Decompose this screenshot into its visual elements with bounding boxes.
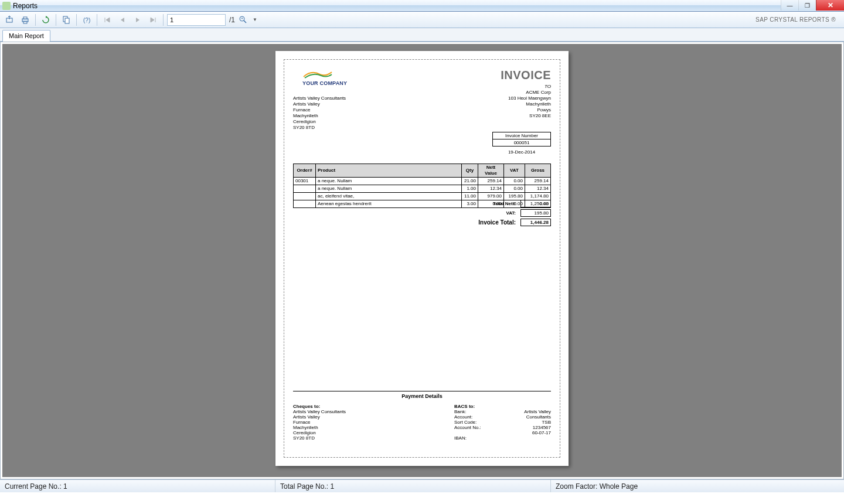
table-row: ac, eleifend vitae, 11.00 979.00 195.80 … bbox=[294, 193, 551, 200]
brand-label: SAP CRYSTAL REPORTS ® bbox=[755, 16, 840, 23]
close-button[interactable]: ✕ bbox=[816, 0, 844, 11]
table-row: a neque. Nullam 1.00 12.34 0.00 12.34 bbox=[294, 185, 551, 193]
cheques-block: Cheques to: Artists Valley Consultants A… bbox=[293, 404, 346, 441]
to-line: ACME Corp bbox=[508, 90, 551, 96]
total-nett-row: Total Nett: 1,250.48 bbox=[410, 200, 551, 207]
print-button[interactable] bbox=[19, 13, 32, 26]
svg-rect-2 bbox=[23, 17, 27, 19]
status-bar: Current Page No.: 1 Total Page No.: 1 Zo… bbox=[0, 479, 844, 492]
page-total-label: /1 bbox=[228, 16, 235, 24]
first-page-icon bbox=[103, 16, 111, 24]
col-vat: VAT bbox=[504, 164, 525, 178]
bacs-acct-val: Consultants bbox=[495, 414, 551, 420]
svg-rect-1 bbox=[22, 19, 28, 22]
bacs-row: Account No.:1234567 bbox=[454, 425, 551, 430]
toolbar-separator bbox=[35, 14, 36, 26]
svg-rect-5 bbox=[65, 18, 69, 23]
bacs-blank-key bbox=[454, 430, 495, 435]
tab-main-report[interactable]: Main Report bbox=[2, 30, 50, 42]
cheques-line: Artists Valley bbox=[293, 414, 346, 420]
export-icon bbox=[5, 15, 15, 25]
next-page-icon bbox=[134, 16, 142, 24]
cell-gross: 1,174.80 bbox=[525, 193, 551, 200]
bacs-sort-key: Sort Code: bbox=[454, 420, 495, 425]
minimize-button[interactable]: — bbox=[781, 0, 798, 11]
refresh-icon bbox=[41, 15, 50, 25]
to-line: SY20 8EE bbox=[508, 113, 551, 119]
bacs-row: Sort Code:TSB bbox=[454, 420, 551, 425]
cheques-line: Artists Valley Consultants bbox=[293, 409, 346, 414]
report-page: YOUR COMPANY Artists Valley Consultants … bbox=[275, 51, 569, 466]
status-zoom: Zoom Factor: Whole Page bbox=[551, 480, 844, 492]
company-name: YOUR COMPANY bbox=[302, 80, 347, 86]
prev-page-button[interactable] bbox=[116, 13, 129, 26]
refresh-button[interactable] bbox=[39, 13, 52, 26]
first-page-button[interactable] bbox=[101, 13, 114, 26]
cell-order bbox=[294, 185, 316, 193]
bacs-row: IBAN: bbox=[454, 435, 551, 441]
svg-rect-3 bbox=[23, 22, 27, 23]
payment-details-title: Payment Details bbox=[293, 393, 551, 399]
totals-block: Total Nett: 1,250.48 VAT: 195.80 Invoice… bbox=[410, 200, 551, 228]
report-canvas[interactable]: YOUR COMPANY Artists Valley Consultants … bbox=[2, 44, 842, 477]
zoom-icon: + bbox=[239, 15, 249, 25]
from-line: Artists Valley bbox=[293, 101, 346, 107]
next-page-button[interactable] bbox=[131, 13, 144, 26]
export-button[interactable] bbox=[4, 13, 16, 26]
bacs-sort-val: TSB bbox=[495, 420, 551, 425]
to-line: 103 Heol Maengwyn bbox=[508, 96, 551, 101]
copy-button[interactable] bbox=[60, 13, 73, 26]
to-address: TO ACME Corp 103 Heol Maengwyn Machynlle… bbox=[508, 84, 551, 119]
cell-order bbox=[294, 200, 316, 208]
cell-nett: 259.14 bbox=[478, 178, 504, 185]
from-line: Artists Valley Consultants bbox=[293, 96, 346, 101]
company-logo-icon bbox=[302, 69, 333, 80]
zoom-button[interactable]: + bbox=[237, 13, 250, 26]
maximize-button[interactable]: ❐ bbox=[798, 0, 816, 11]
from-address: Artists Valley Consultants Artists Valle… bbox=[293, 96, 346, 131]
cell-qty: 21.00 bbox=[462, 178, 478, 185]
zoom-dropdown-icon[interactable]: ▼ bbox=[253, 17, 257, 22]
cell-gross: 12.34 bbox=[525, 185, 551, 193]
toolbar-separator bbox=[97, 14, 97, 26]
bacs-acctno-val: 1234567 bbox=[495, 425, 551, 430]
window-controls: — ❐ ✕ bbox=[781, 0, 844, 11]
bacs-bank-val: Artists Valley bbox=[495, 409, 551, 414]
cheques-line: SY20 8TD bbox=[293, 435, 346, 441]
from-line: Ceredigion bbox=[293, 119, 346, 125]
prev-page-icon bbox=[118, 16, 127, 24]
bacs-bank-key: Bank: bbox=[454, 409, 495, 414]
invoice-title: INVOICE bbox=[501, 69, 551, 82]
bacs-acctno-key: Account No.: bbox=[454, 425, 495, 430]
invoice-date: 19-Dec-2014 bbox=[492, 149, 551, 155]
svg-line-8 bbox=[244, 21, 246, 23]
window-title: Reports bbox=[13, 2, 38, 10]
bacs-block: BACS to: Bank:Artists Valley Account:Con… bbox=[454, 404, 551, 441]
cell-qty: 11.00 bbox=[462, 193, 478, 200]
cell-product: a neque. Nullam bbox=[316, 178, 462, 185]
status-current-page: Current Page No.: 1 bbox=[0, 480, 275, 492]
table-row: 00301 a neque. Nullam 21.00 259.14 0.00 … bbox=[294, 178, 551, 185]
invoice-total-row: Invoice Total: 1,446.28 bbox=[410, 219, 551, 226]
tab-strip: Main Report bbox=[0, 28, 844, 42]
bacs-blank-val: 60-07-17 bbox=[495, 430, 551, 435]
cell-nett: 12.34 bbox=[478, 185, 504, 193]
svg-text:(?): (?) bbox=[83, 17, 90, 23]
to-line: Machynlleth bbox=[508, 101, 551, 107]
cell-product: ac, eleifend vitae, bbox=[316, 193, 462, 200]
payment-separator bbox=[293, 391, 551, 391]
to-line: Powys bbox=[508, 107, 551, 113]
cheques-label: Cheques to: bbox=[293, 404, 346, 409]
col-order: Order# bbox=[294, 164, 316, 178]
bacs-iban-key: IBAN: bbox=[454, 435, 495, 441]
last-page-button[interactable] bbox=[147, 13, 159, 26]
cheques-line: Furnace bbox=[293, 420, 346, 425]
bacs-row: Account:Consultants bbox=[454, 414, 551, 420]
toggle-parameters-button[interactable]: (?) bbox=[80, 13, 93, 26]
maximize-icon: ❐ bbox=[805, 2, 810, 9]
invoice-number-label: Invoice Number bbox=[492, 132, 551, 139]
page-number-input[interactable] bbox=[167, 14, 226, 26]
cell-vat: 195.80 bbox=[504, 193, 525, 200]
minimize-icon: — bbox=[787, 2, 793, 9]
copy-icon bbox=[62, 15, 71, 25]
